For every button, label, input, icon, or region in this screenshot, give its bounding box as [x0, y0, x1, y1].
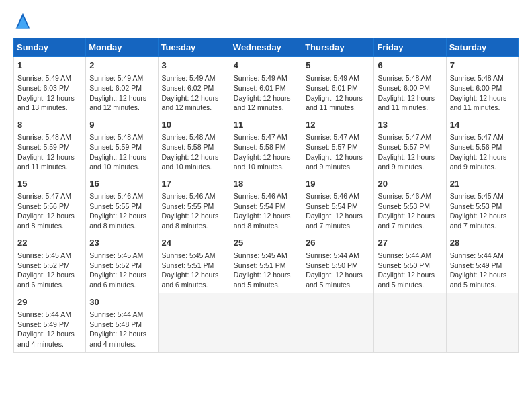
day-detail: Sunrise: 5:49 AM Sunset: 6:01 PM Dayligh…	[306, 73, 370, 113]
day-detail: Sunrise: 5:45 AM Sunset: 5:52 PM Dayligh…	[89, 250, 154, 290]
page: SundayMondayTuesdayWednesdayThursdayFrid…	[0, 0, 532, 411]
day-number: 18	[234, 178, 298, 190]
calendar-day-cell: 4Sunrise: 5:49 AM Sunset: 6:01 PM Daylig…	[230, 57, 302, 116]
day-number: 3	[162, 60, 226, 72]
day-detail: Sunrise: 5:48 AM Sunset: 5:59 PM Dayligh…	[17, 132, 82, 172]
calendar-day-cell: 9Sunrise: 5:48 AM Sunset: 5:59 PM Daylig…	[86, 116, 158, 175]
calendar-day-cell: 14Sunrise: 5:47 AM Sunset: 5:56 PM Dayli…	[446, 116, 518, 175]
calendar-day-cell	[158, 293, 230, 352]
day-detail: Sunrise: 5:49 AM Sunset: 6:01 PM Dayligh…	[234, 73, 298, 113]
calendar-day-cell: 19Sunrise: 5:46 AM Sunset: 5:54 PM Dayli…	[302, 175, 374, 234]
day-number: 10	[162, 119, 226, 131]
calendar-day-cell: 26Sunrise: 5:44 AM Sunset: 5:50 PM Dayli…	[302, 234, 374, 293]
day-detail: Sunrise: 5:47 AM Sunset: 5:57 PM Dayligh…	[378, 132, 442, 172]
day-detail: Sunrise: 5:49 AM Sunset: 6:02 PM Dayligh…	[89, 73, 154, 113]
day-number: 5	[306, 60, 370, 72]
calendar-day-cell: 10Sunrise: 5:48 AM Sunset: 5:58 PM Dayli…	[158, 116, 230, 175]
calendar-day-cell: 1Sunrise: 5:49 AM Sunset: 6:03 PM Daylig…	[14, 57, 86, 116]
day-of-week-header: Friday	[374, 38, 446, 57]
day-detail: Sunrise: 5:46 AM Sunset: 5:55 PM Dayligh…	[162, 191, 226, 231]
calendar-day-cell: 8Sunrise: 5:48 AM Sunset: 5:59 PM Daylig…	[14, 116, 86, 175]
day-number: 1	[17, 60, 82, 72]
day-detail: Sunrise: 5:48 AM Sunset: 6:00 PM Dayligh…	[378, 73, 442, 113]
day-detail: Sunrise: 5:48 AM Sunset: 6:00 PM Dayligh…	[450, 73, 515, 113]
calendar-day-cell	[374, 293, 446, 352]
day-number: 13	[378, 119, 442, 131]
day-detail: Sunrise: 5:45 AM Sunset: 5:51 PM Dayligh…	[234, 250, 298, 290]
calendar-day-cell: 5Sunrise: 5:49 AM Sunset: 6:01 PM Daylig…	[302, 57, 374, 116]
calendar-day-cell: 12Sunrise: 5:47 AM Sunset: 5:57 PM Dayli…	[302, 116, 374, 175]
day-number: 23	[89, 237, 154, 249]
day-number: 12	[306, 119, 370, 131]
day-detail: Sunrise: 5:49 AM Sunset: 6:03 PM Dayligh…	[17, 73, 82, 113]
calendar-day-cell: 28Sunrise: 5:44 AM Sunset: 5:49 PM Dayli…	[446, 234, 518, 293]
calendar-day-cell: 30Sunrise: 5:44 AM Sunset: 5:48 PM Dayli…	[86, 293, 158, 352]
day-number: 15	[17, 178, 82, 190]
day-detail: Sunrise: 5:45 AM Sunset: 5:52 PM Dayligh…	[17, 250, 82, 290]
day-number: 26	[306, 237, 370, 249]
day-of-week-header: Monday	[86, 38, 158, 57]
calendar-day-cell: 22Sunrise: 5:45 AM Sunset: 5:52 PM Dayli…	[14, 234, 86, 293]
day-detail: Sunrise: 5:48 AM Sunset: 5:59 PM Dayligh…	[89, 132, 154, 172]
day-number: 2	[89, 60, 154, 72]
day-number: 19	[306, 178, 370, 190]
day-detail: Sunrise: 5:44 AM Sunset: 5:48 PM Dayligh…	[89, 310, 154, 349]
day-number: 29	[17, 296, 82, 308]
day-detail: Sunrise: 5:44 AM Sunset: 5:49 PM Dayligh…	[450, 250, 515, 290]
day-number: 17	[162, 178, 226, 190]
day-number: 22	[17, 237, 82, 249]
day-of-week-header: Saturday	[446, 38, 518, 57]
day-detail: Sunrise: 5:44 AM Sunset: 5:49 PM Dayligh…	[17, 310, 82, 349]
calendar-week-row: 29Sunrise: 5:44 AM Sunset: 5:49 PM Dayli…	[14, 293, 519, 352]
day-detail: Sunrise: 5:46 AM Sunset: 5:53 PM Dayligh…	[378, 191, 442, 231]
calendar-week-row: 1Sunrise: 5:49 AM Sunset: 6:03 PM Daylig…	[14, 57, 519, 116]
day-number: 4	[234, 60, 298, 72]
day-detail: Sunrise: 5:44 AM Sunset: 5:50 PM Dayligh…	[306, 250, 370, 290]
day-detail: Sunrise: 5:45 AM Sunset: 5:51 PM Dayligh…	[162, 250, 226, 290]
calendar-day-cell: 3Sunrise: 5:49 AM Sunset: 6:02 PM Daylig…	[158, 57, 230, 116]
day-detail: Sunrise: 5:46 AM Sunset: 5:55 PM Dayligh…	[89, 191, 154, 231]
day-of-week-header: Thursday	[302, 38, 374, 57]
calendar-day-cell: 18Sunrise: 5:46 AM Sunset: 5:54 PM Dayli…	[230, 175, 302, 234]
calendar-week-row: 15Sunrise: 5:47 AM Sunset: 5:56 PM Dayli…	[14, 175, 519, 234]
calendar-day-cell: 24Sunrise: 5:45 AM Sunset: 5:51 PM Dayli…	[158, 234, 230, 293]
day-detail: Sunrise: 5:47 AM Sunset: 5:58 PM Dayligh…	[234, 132, 298, 172]
day-number: 21	[450, 178, 515, 190]
day-number: 6	[378, 60, 442, 72]
day-number: 28	[450, 237, 515, 249]
calendar-day-cell: 25Sunrise: 5:45 AM Sunset: 5:51 PM Dayli…	[230, 234, 302, 293]
calendar-day-cell: 11Sunrise: 5:47 AM Sunset: 5:58 PM Dayli…	[230, 116, 302, 175]
calendar-day-cell: 17Sunrise: 5:46 AM Sunset: 5:55 PM Dayli…	[158, 175, 230, 234]
day-detail: Sunrise: 5:46 AM Sunset: 5:54 PM Dayligh…	[306, 191, 370, 231]
logo-icon	[13, 12, 32, 31]
calendar-day-cell	[446, 293, 518, 352]
calendar-day-cell: 20Sunrise: 5:46 AM Sunset: 5:53 PM Dayli…	[374, 175, 446, 234]
day-number: 11	[234, 119, 298, 131]
day-detail: Sunrise: 5:47 AM Sunset: 5:57 PM Dayligh…	[306, 132, 370, 172]
calendar-day-cell: 15Sunrise: 5:47 AM Sunset: 5:56 PM Dayli…	[14, 175, 86, 234]
day-detail: Sunrise: 5:45 AM Sunset: 5:53 PM Dayligh…	[450, 191, 515, 231]
day-detail: Sunrise: 5:46 AM Sunset: 5:54 PM Dayligh…	[234, 191, 298, 231]
day-detail: Sunrise: 5:49 AM Sunset: 6:02 PM Dayligh…	[162, 73, 226, 113]
day-detail: Sunrise: 5:48 AM Sunset: 5:58 PM Dayligh…	[162, 132, 226, 172]
day-of-week-header: Tuesday	[158, 38, 230, 57]
calendar-day-cell: 7Sunrise: 5:48 AM Sunset: 6:00 PM Daylig…	[446, 57, 518, 116]
day-number: 8	[17, 119, 82, 131]
calendar-day-cell: 23Sunrise: 5:45 AM Sunset: 5:52 PM Dayli…	[86, 234, 158, 293]
day-number: 14	[450, 119, 515, 131]
day-number: 7	[450, 60, 515, 72]
day-of-week-header: Wednesday	[230, 38, 302, 57]
day-of-week-header: Sunday	[14, 38, 86, 57]
day-detail: Sunrise: 5:47 AM Sunset: 5:56 PM Dayligh…	[17, 191, 82, 231]
calendar-day-cell	[230, 293, 302, 352]
calendar-day-cell	[302, 293, 374, 352]
day-number: 25	[234, 237, 298, 249]
calendar-day-cell: 2Sunrise: 5:49 AM Sunset: 6:02 PM Daylig…	[86, 57, 158, 116]
day-number: 16	[89, 178, 154, 190]
day-number: 30	[89, 296, 154, 308]
calendar-day-cell: 13Sunrise: 5:47 AM Sunset: 5:57 PM Dayli…	[374, 116, 446, 175]
calendar-header-row: SundayMondayTuesdayWednesdayThursdayFrid…	[14, 38, 519, 57]
day-detail: Sunrise: 5:44 AM Sunset: 5:50 PM Dayligh…	[378, 250, 442, 290]
day-number: 24	[162, 237, 226, 249]
header	[13, 12, 519, 31]
